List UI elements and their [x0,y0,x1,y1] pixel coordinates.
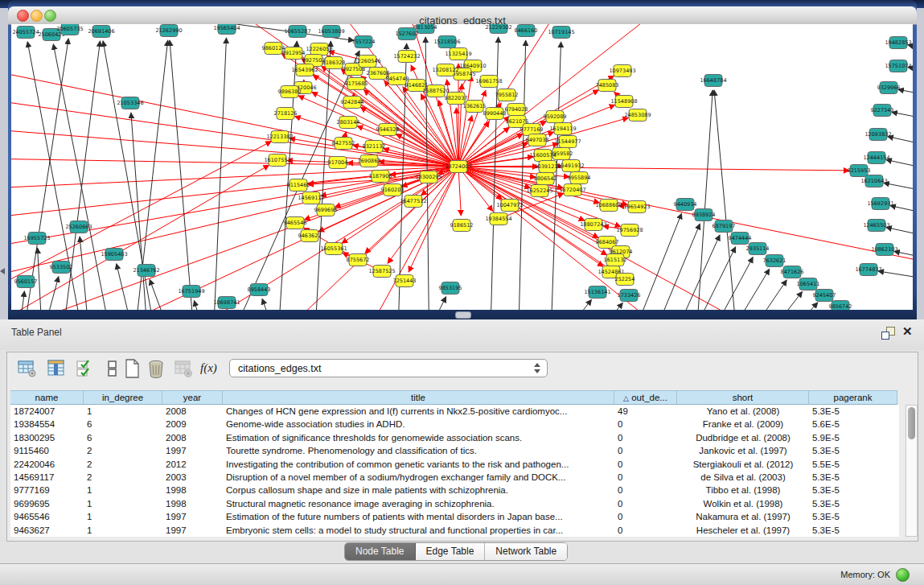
network-node[interactable]: 10862103 [871,244,897,256]
network-node[interactable]: 8427552 [332,138,355,150]
network-edge[interactable] [714,90,739,310]
network-node[interactable]: 16774837 [855,264,881,276]
network-node[interactable]: 10688609 [595,200,622,212]
table-cell[interactable]: Estimation of significance thresholds fo… [223,431,614,444]
close-icon[interactable]: ✕ [902,324,913,339]
table-cell[interactable]: Jankovic et al. (1997) [677,444,809,457]
network-node[interactable]: 9546328 [376,124,400,136]
network-node[interactable]: 9856742 [829,301,852,311]
table-cell[interactable]: 6 [84,418,162,431]
network-node[interactable]: 917004 [328,157,348,169]
network-edge[interactable] [643,224,700,310]
network-node[interactable]: 19654923 [623,201,650,213]
network-node[interactable]: 19384554 [485,213,511,225]
table-cell[interactable]: 1998 [162,484,223,496]
network-node[interactable]: 16751949 [178,286,204,298]
table-cell[interactable]: 18724007 [10,405,84,418]
network-edge[interactable] [277,41,297,310]
network-node[interactable]: 1065411 [797,278,820,290]
network-node[interactable]: 8755672 [347,254,370,266]
table-columns-icon[interactable] [46,358,67,379]
table-cell[interactable]: Disruption of a novel member of a sodium… [223,471,614,484]
network-node[interactable]: 15136141 [584,286,610,299]
network-edge[interactable] [542,299,592,310]
network-node[interactable]: 1527602 [396,28,419,40]
table-row[interactable]: 911546021997Tourette syndrome. Phenomeno… [10,444,899,457]
table-cell[interactable]: 2009 [162,418,223,431]
splitter-handle[interactable] [455,311,471,319]
network-node[interactable]: 15218506 [433,36,460,48]
network-node[interactable]: 9699695 [314,204,338,216]
network-edge[interactable] [150,279,180,310]
network-node[interactable]: 24055724 [12,27,39,39]
table-settings-icon[interactable] [17,358,38,379]
network-canvas[interactable]: 2405572425060425206057352069140621262990… [11,24,913,310]
table-row[interactable]: 969969511998Structural magnetic resonanc… [10,497,899,510]
citation-network-graph[interactable]: 2405572425060425206057352069140621262990… [11,24,913,310]
network-node[interactable]: 9245407 [813,290,836,302]
network-edge[interactable] [894,251,913,262]
network-node[interactable]: 19756928 [616,225,643,237]
table-cell[interactable]: 5.3E-5 [809,484,897,496]
network-node[interactable]: 9242844 [341,97,364,109]
table-cell[interactable]: 2 [84,444,162,457]
table-cell[interactable]: 1998 [162,497,223,510]
table-cell[interactable]: Tourette syndrome. Phenomenology and cla… [223,444,614,457]
network-node[interactable]: 16955725 [23,233,50,245]
network-node[interactable]: 1615132 [604,254,627,266]
network-edge[interactable] [131,113,150,310]
table-cell[interactable]: 5.9E-5 [809,431,897,444]
network-node[interactable]: 9955894 [568,172,591,184]
network-edge[interactable] [11,157,458,167]
network-edge[interactable] [458,167,849,171]
network-edge[interactable] [695,90,713,310]
network-node[interactable]: 12226058 [306,43,332,56]
table-cell[interactable]: 5.3E-5 [809,497,897,510]
delete-table-icon[interactable] [173,358,194,379]
table-cell[interactable]: Embryonic stem cells: a model to study s… [223,524,614,537]
network-node[interactable]: 2803144 [337,117,360,129]
network-node[interactable]: 12213382 [266,131,293,143]
table-cell[interactable]: 1 [84,510,162,523]
network-node[interactable]: 6497038 [526,134,549,146]
network-edge[interactable] [262,299,285,310]
table-cell[interactable]: Tibbo et al. (1998) [677,484,809,496]
table-cell[interactable]: 19384554 [10,418,84,431]
table-cell[interactable]: Stergiakouli et al. (2012) [677,458,809,471]
table-cell[interactable]: 14569117 [10,471,84,484]
network-node[interactable]: 21346762 [133,265,159,277]
network-node[interactable]: 9853195 [439,282,462,295]
table-cell[interactable]: Changes of HCN gene expression and I(f) … [223,405,614,418]
network-node[interactable]: 12093832 [864,129,891,141]
new-file-icon[interactable] [121,358,142,379]
network-edge[interactable] [747,291,803,310]
table-cell[interactable]: 9777169 [10,484,84,496]
table-cell[interactable]: Dudbridge et al. (2008) [677,431,809,444]
table-cell[interactable]: 18300295 [10,431,84,444]
function-icon[interactable]: f(x) [200,361,221,382]
network-node[interactable]: 7632621 [763,255,786,267]
network-node[interactable]: 8321132 [363,141,386,153]
network-edge[interactable] [80,237,92,310]
network-node[interactable]: 9806542 [534,173,557,185]
table-cell[interactable]: 9699695 [10,497,84,510]
network-node[interactable]: 7251443 [393,275,417,287]
table-cell[interactable]: Hescheler et al. (1997) [677,524,809,537]
tab-node-table[interactable]: Node Table [345,543,416,560]
column-header-out_de[interactable]: △ out_de... [614,390,677,405]
network-node[interactable]: 16107553 [264,154,290,167]
network-node[interactable]: 12465503 [863,220,889,232]
vertical-scrollbar[interactable] [906,405,918,537]
network-node[interactable]: 9474444 [729,233,752,245]
table-cell[interactable]: 2 [84,458,162,471]
network-node[interactable]: 10655287 [284,26,310,38]
network-edge[interactable] [38,248,43,310]
table-cell[interactable]: 0 [614,484,677,496]
window-titlebar[interactable]: citations_edges.txt [8,6,917,25]
network-node[interactable]: 9896380 [278,86,302,98]
table-cell[interactable]: 0 [614,431,677,444]
network-node[interactable]: 15491932 [557,160,584,172]
table-row[interactable]: 1830029562008Estimation of significance … [10,431,899,444]
network-node[interactable]: 10719145 [548,27,574,39]
network-node[interactable]: 21229302 [485,24,511,34]
